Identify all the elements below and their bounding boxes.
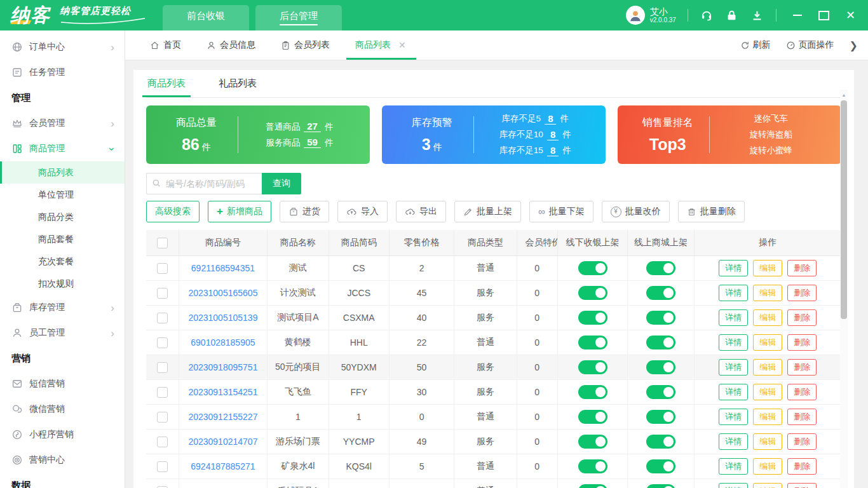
offline-toggle[interactable] [578,385,607,399]
row-checkbox[interactable] [157,362,168,373]
edit-button[interactable]: 编辑 [753,483,782,488]
sidebar-item-staff-management[interactable]: 员工管理 › [0,320,125,346]
row-checkbox[interactable] [157,461,168,472]
row-checkbox[interactable] [157,263,168,274]
offline-toggle[interactable] [578,336,607,349]
delete-button[interactable]: 删除 [787,285,817,301]
row-checkbox[interactable] [157,313,168,323]
detail-button[interactable]: 详情 [719,409,748,425]
close-tab-icon[interactable]: ✕ [398,40,406,50]
sidebar-subitem-product-list[interactable]: 商品列表 [0,161,125,184]
online-toggle[interactable] [646,410,675,424]
query-button[interactable]: 查询 [262,173,301,194]
sidebar-subitem-deduction-rules[interactable]: 扣次规则 [0,273,125,295]
minimize-button[interactable] [793,15,802,16]
add-product-button[interactable]: 新增商品 [208,201,271,222]
online-toggle[interactable] [646,261,675,275]
nav-backend-admin[interactable]: 后台管理 [255,5,342,30]
edit-button[interactable]: 编辑 [753,260,782,276]
export-button[interactable]: 导出 [396,201,446,222]
product-code-link[interactable]: 20231005105139 [188,313,257,323]
bulk-unpublish-button[interactable]: 批量下架 [529,201,593,222]
delete-button[interactable]: 删除 [787,260,817,276]
row-checkbox[interactable] [157,412,168,423]
delete-button[interactable]: 删除 [787,334,817,351]
edit-button[interactable]: 编辑 [753,458,782,475]
tab-member-info[interactable]: 会员信息 [203,30,259,60]
detail-button[interactable]: 详情 [719,334,748,351]
product-code-link[interactable]: 20231005165605 [188,288,257,298]
online-toggle[interactable] [646,336,675,349]
online-toggle[interactable] [646,459,675,473]
bulk-delete-button[interactable]: 批量删除 [678,201,745,222]
nav-front-cashier[interactable]: 前台收银 [163,5,249,30]
delete-button[interactable]: 删除 [787,483,817,488]
delete-button[interactable]: 删除 [787,409,817,425]
offline-toggle[interactable] [578,435,607,449]
offline-toggle[interactable] [578,459,607,473]
delete-button[interactable]: 删除 [787,384,817,400]
sidebar-item-miniapp-marketing[interactable]: 小程序营销 [0,422,125,447]
detail-button[interactable]: 详情 [719,483,748,488]
row-checkbox[interactable] [157,437,168,447]
edit-button[interactable]: 编辑 [753,384,782,400]
sidebar-subitem-unit-management[interactable]: 单位管理 [0,184,125,206]
edit-button[interactable]: 编辑 [753,334,782,351]
offline-toggle[interactable] [578,311,607,325]
tab-product-list[interactable]: 商品列表 ✕ [351,30,410,60]
sidebar-item-task-management[interactable]: 任务管理 [0,60,125,85]
detail-button[interactable]: 详情 [719,285,748,301]
refresh-button[interactable]: 刷新 [740,39,771,51]
detail-button[interactable]: 详情 [719,458,748,475]
vertical-scrollbar[interactable]: ▲ [840,90,848,488]
row-checkbox[interactable] [157,288,168,299]
delete-button[interactable]: 删除 [787,359,817,376]
product-code-link[interactable]: 20230910214707 [188,437,257,447]
advanced-search-button[interactable]: 高级搜索 [146,201,200,222]
row-checkbox[interactable] [157,387,168,398]
product-code-link[interactable]: 20230912155227 [188,412,257,422]
detail-button[interactable]: 详情 [719,309,748,326]
detail-button[interactable]: 详情 [719,433,748,450]
product-code-link[interactable]: 20230913154251 [188,387,257,397]
online-toggle[interactable] [646,385,675,399]
offline-toggle[interactable] [578,484,607,488]
product-code-link[interactable]: 6901028185905 [191,337,255,348]
scroll-up-arrow-icon[interactable]: ▲ [840,90,848,100]
online-toggle[interactable] [646,360,675,374]
product-code-link[interactable]: 20230918095751 [188,362,257,372]
edit-button[interactable]: 编辑 [753,285,782,301]
sidebar-subitem-product-package[interactable]: 商品套餐 [0,228,125,250]
delete-button[interactable]: 删除 [787,309,817,326]
support-headset-icon[interactable] [700,8,714,22]
close-button[interactable]: ✕ [846,10,855,21]
online-toggle[interactable] [646,484,675,488]
product-code-link[interactable]: 6924187885271 [191,461,255,471]
sidebar-item-order-center[interactable]: 订单中心 › [0,34,125,60]
detail-button[interactable]: 详情 [719,260,748,276]
offline-toggle[interactable] [578,286,607,300]
bulk-publish-button[interactable]: 批量上架 [454,201,521,222]
delete-button[interactable]: 删除 [787,458,817,475]
sidebar-item-wechat-marketing[interactable]: 微信营销 [0,396,125,422]
online-toggle[interactable] [646,311,675,325]
panel-tab-products[interactable]: 商品列表 [146,70,187,97]
row-checkbox[interactable] [157,337,168,348]
panel-tab-gifts[interactable]: 礼品列表 [217,70,258,97]
edit-button[interactable]: 编辑 [753,309,782,326]
edit-button[interactable]: 编辑 [753,359,782,376]
online-toggle[interactable] [646,435,675,449]
tab-member-list[interactable]: 会员列表 [277,30,334,60]
sidebar-subitem-recharge-package[interactable]: 充次套餐 [0,250,125,273]
search-input[interactable] [146,173,262,194]
offline-toggle[interactable] [578,410,607,424]
select-all-checkbox[interactable] [157,238,168,248]
detail-button[interactable]: 详情 [719,384,748,400]
page-ops-chevron-icon[interactable]: ❯ [850,39,858,51]
import-button[interactable]: 导入 [337,201,388,222]
detail-button[interactable]: 详情 [719,359,748,376]
page-operations-button[interactable]: 页面操作 [786,39,834,51]
delete-button[interactable]: 删除 [787,433,817,450]
offline-toggle[interactable] [578,360,607,374]
sidebar-item-inventory-management[interactable]: 库存管理 › [0,295,125,320]
